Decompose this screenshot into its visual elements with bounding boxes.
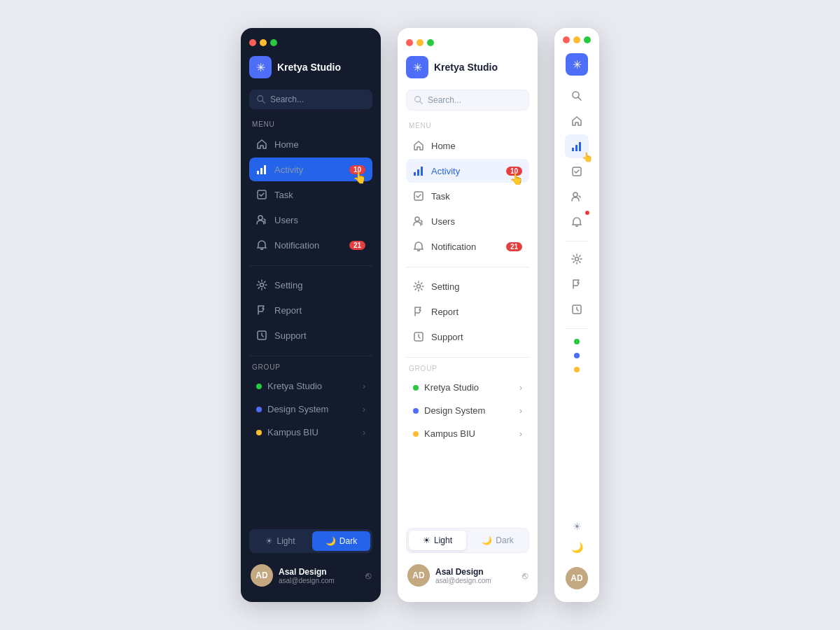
maximize-dot-mini[interactable]	[584, 36, 591, 43]
nav-item-support[interactable]: Support	[249, 323, 372, 347]
nav-label-home-light: Home	[431, 141, 522, 151]
group-item-kampus[interactable]: Kampus BIU ›	[249, 421, 372, 443]
minimize-dot-mini[interactable]	[573, 36, 580, 43]
search-box[interactable]: Search...	[249, 90, 372, 109]
notification-badge: 21	[349, 241, 365, 250]
nav-item-setting-light[interactable]: Setting	[406, 274, 529, 298]
brand-icon: ✳	[249, 56, 272, 78]
nav-label-users-light: Users	[431, 216, 522, 227]
group-item-kampus-light[interactable]: Kampus BIU ›	[406, 423, 529, 444]
nav-item-users-light[interactable]: Users	[406, 209, 529, 233]
user-info-light: Asal Design asal@design.com	[435, 567, 517, 584]
search-mini[interactable]	[565, 84, 589, 108]
nav-mini-support[interactable]	[565, 298, 589, 321]
sun-icon: ☀	[265, 536, 273, 546]
group-section-label: Group	[249, 363, 372, 371]
bell-icon	[256, 239, 267, 251]
user-footer-mini: AD	[564, 563, 589, 594]
close-dot[interactable]	[249, 39, 256, 46]
nav-mini-task[interactable]	[565, 160, 589, 183]
activity-icon-light	[413, 165, 424, 176]
nav-label-task: Task	[274, 190, 365, 200]
nav-item-report-light[interactable]: Report	[406, 300, 529, 323]
task-icon-light	[413, 190, 424, 202]
nav-label-activity-light: Activity	[431, 166, 499, 176]
logout-icon[interactable]: ⎋	[365, 570, 371, 581]
theme-dark-button-light[interactable]: 🌙 Dark	[469, 531, 526, 550]
nav-mini-notification[interactable]	[565, 210, 589, 234]
search-box-light[interactable]: Search...	[406, 90, 529, 111]
nav-label-setting: Setting	[274, 280, 365, 290]
svg-point-6	[258, 216, 262, 220]
nav-mini-report[interactable]	[565, 272, 589, 296]
group-item-kretya-light[interactable]: Kretya Studio ›	[406, 377, 529, 398]
user-email: asal@design.com	[279, 577, 360, 584]
close-dot-mini[interactable]	[563, 36, 570, 43]
divider-light-1	[406, 267, 529, 267]
chevron-right-icon: ›	[363, 405, 365, 414]
nav-item-activity-light[interactable]: Activity 10 👆	[406, 159, 529, 183]
nav-mini-activity[interactable]: 👆	[565, 134, 589, 158]
avatar-light: AD	[407, 564, 430, 587]
brand: ✳ Kretya Studio	[249, 56, 372, 78]
close-dot[interactable]	[406, 39, 413, 46]
nav-mini-home[interactable]	[565, 109, 589, 133]
svg-line-19	[578, 97, 581, 100]
activity-icon	[256, 164, 267, 175]
nav-label-users: Users	[274, 215, 365, 225]
group-dot-kretya	[256, 384, 262, 389]
nav-mini-setting[interactable]	[565, 247, 589, 271]
minimize-dot[interactable]	[416, 39, 424, 46]
group-item-kretya[interactable]: Kretya Studio ›	[249, 375, 372, 397]
group-item-design-light[interactable]: Design System ›	[406, 400, 529, 421]
group-dot-kretya-light	[413, 385, 419, 391]
group-dot-mini-kretya[interactable]	[574, 339, 580, 344]
chevron-right-icon: ›	[519, 429, 522, 439]
theme-light-icon-mini[interactable]: ☀	[570, 518, 584, 535]
flag-icon-mini	[571, 279, 582, 290]
nav-item-home-light[interactable]: Home	[406, 134, 529, 158]
nav-label-activity: Activity	[274, 164, 342, 175]
group-item-design[interactable]: Design System ›	[249, 398, 372, 420]
nav-label-setting-light: Setting	[431, 281, 522, 292]
chevron-right-icon: ›	[363, 382, 365, 391]
maximize-dot[interactable]	[270, 39, 277, 46]
activity-icon-mini	[571, 141, 582, 152]
group-dot-mini-kampus[interactable]	[574, 367, 580, 372]
nav-item-activity[interactable]: Activity 10 👆	[249, 158, 372, 181]
logout-icon-light[interactable]: ⎋	[522, 570, 528, 581]
theme-dark-button[interactable]: 🌙 Dark	[312, 531, 370, 551]
group-dot-mini-design[interactable]	[574, 353, 580, 358]
nav-item-support-light[interactable]: Support	[406, 325, 529, 349]
nav-label-notification: Notification	[274, 240, 342, 251]
flag-icon-light	[413, 306, 424, 317]
minimize-dot[interactable]	[260, 39, 267, 46]
nav-item-notification[interactable]: Notification 21	[249, 233, 372, 257]
theme-light-button-light[interactable]: ☀ Light	[409, 531, 466, 550]
mini-theme-toggle: ☀ 🌙	[568, 518, 586, 556]
theme-light-button[interactable]: ☀ Light	[251, 531, 309, 551]
search-placeholder-light: Search...	[428, 95, 522, 105]
group-dot-kampus-light	[413, 431, 419, 437]
theme-toggle-light: ☀ Light 🌙 Dark	[406, 528, 529, 553]
gear-icon	[256, 279, 267, 290]
mini-sidebar: ✳ 👆 Activity	[554, 28, 599, 602]
theme-toggle: ☀ Light 🌙 Dark	[249, 529, 372, 553]
nav-item-setting[interactable]: Setting	[249, 273, 372, 297]
users-icon-mini	[571, 191, 582, 202]
theme-dark-icon-mini[interactable]: 🌙	[568, 539, 586, 556]
maximize-dot[interactable]	[427, 39, 434, 46]
nav-item-users[interactable]: Users	[249, 208, 372, 232]
support-icon	[256, 330, 267, 341]
nav-item-home[interactable]: Home	[249, 132, 372, 156]
nav-mini-users[interactable]	[565, 185, 589, 209]
nav-item-task-light[interactable]: Task	[406, 184, 529, 208]
task-icon-mini	[571, 166, 582, 177]
brand-mini: ✳	[566, 53, 588, 76]
nav-item-task[interactable]: Task	[249, 183, 372, 206]
nav-item-notification-light[interactable]: Notification 21	[406, 234, 529, 258]
nav-item-report[interactable]: Report	[249, 298, 372, 322]
home-icon-mini	[571, 115, 582, 127]
users-icon	[256, 214, 267, 225]
nav-label-task-light: Task	[431, 191, 522, 202]
